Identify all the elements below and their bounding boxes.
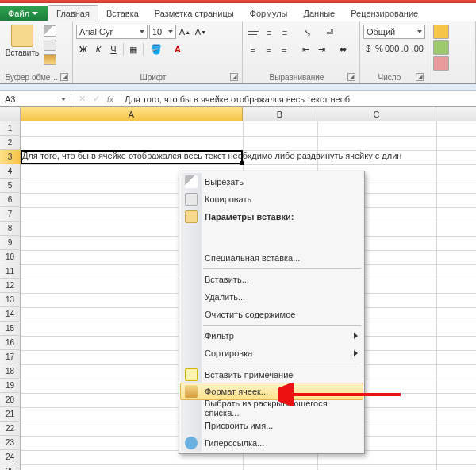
decrease-indent-button[interactable]: ⇤ [299, 42, 313, 56]
copy-button[interactable] [44, 40, 56, 51]
row-header[interactable]: 3 [0, 150, 21, 164]
ctx-copy[interactable]: Копировать [181, 191, 363, 208]
cut-button[interactable] [44, 25, 56, 37]
increase-decimal-button[interactable]: .0 [400, 41, 410, 56]
tab-file[interactable]: Файл [0, 6, 48, 21]
row-header[interactable]: 2 [0, 136, 21, 150]
ctx-format-cells[interactable]: Формат ячеек... [180, 383, 363, 400]
ribbon-tabs: Файл Главная Вставка Разметка страницы Ф… [0, 3, 476, 21]
row-header[interactable]: 6 [0, 193, 21, 207]
row-header[interactable]: 9 [0, 236, 21, 250]
fill-handle[interactable] [240, 161, 244, 165]
align-middle-button[interactable]: ≡ [262, 25, 276, 40]
fx-icon[interactable]: fx [105, 94, 116, 104]
font-name-combo[interactable]: Arial Cyr [76, 25, 148, 39]
row-header[interactable]: 25 [0, 464, 21, 470]
align-top-button[interactable] [246, 25, 260, 40]
ctx-filter[interactable]: Фильтр [181, 327, 363, 345]
ctx-hyperlink[interactable]: Гиперссылка... [181, 434, 363, 452]
currency-button[interactable]: $ [363, 41, 374, 56]
comment-icon [185, 368, 198, 381]
formula-input[interactable]: Для того, что бы в ячейке отображался ве… [121, 94, 476, 104]
orientation-button[interactable]: ⤡ [300, 25, 314, 40]
separator [203, 325, 361, 326]
tab-data[interactable]: Данные [295, 6, 343, 21]
tab-page-layout[interactable]: Разметка страницы [147, 6, 242, 21]
ctx-delete[interactable]: Удалить... [181, 288, 363, 306]
ribbon: Вставить Буфер обме…◢ Arial Cyr 10 A▲ A▼… [0, 21, 476, 84]
column-header-c[interactable]: C [317, 107, 436, 121]
tab-formulas[interactable]: Формулы [242, 6, 296, 21]
align-center-button[interactable]: ≡ [262, 42, 276, 56]
font-color-button[interactable]: A [167, 42, 188, 56]
name-box[interactable]: A3 [0, 94, 71, 104]
tab-insert[interactable]: Вставка [98, 6, 147, 21]
decrease-decimal-button[interactable]: .00 [411, 41, 424, 56]
format-painter-button[interactable] [44, 54, 56, 65]
underline-button[interactable]: Ч [106, 42, 121, 56]
comma-button[interactable]: 000 [385, 41, 399, 56]
conditional-formatting-button[interactable] [433, 25, 449, 39]
row-header[interactable]: 8 [0, 222, 21, 236]
increase-font-button[interactable]: A▲ [178, 25, 192, 39]
row-header[interactable]: 4 [0, 164, 21, 179]
italic-button[interactable]: К [91, 42, 106, 56]
tab-home[interactable]: Главная [48, 5, 98, 21]
increase-indent-button[interactable]: ⇥ [314, 42, 328, 56]
row-header[interactable]: 5 [0, 179, 21, 193]
align-left-button[interactable]: ≡ [246, 42, 260, 56]
ctx-pick-from-list[interactable]: Выбрать из раскрывающегося списка... [181, 399, 363, 417]
row-header[interactable]: 24 [0, 450, 21, 464]
borders-button[interactable]: ▦ [126, 42, 140, 56]
separator [203, 364, 361, 364]
enter-formula-icon[interactable]: ✓ [90, 94, 102, 104]
row-header[interactable]: 17 [0, 350, 21, 364]
row-header[interactable]: 1 [0, 121, 21, 136]
fill-color-button[interactable]: 🪣 [146, 42, 167, 56]
row-header[interactable]: 14 [0, 307, 21, 322]
row-header[interactable]: 11 [0, 264, 21, 279]
ctx-insert-comment[interactable]: Вставить примечание [181, 366, 363, 383]
ctx-cut[interactable]: Вырезать [181, 173, 363, 191]
paste-button[interactable]: Вставить [3, 23, 41, 59]
row-header[interactable]: 18 [0, 364, 21, 379]
cut-icon [185, 175, 198, 188]
ctx-paste-special[interactable]: Специальная вставка... [181, 249, 363, 267]
row-header[interactable]: 20 [0, 393, 21, 407]
column-header-a[interactable]: A [21, 107, 243, 121]
format-table-button[interactable] [433, 40, 449, 55]
percent-button[interactable]: % [374, 41, 385, 56]
ctx-insert[interactable]: Вставить... [181, 271, 363, 288]
align-bottom-button[interactable]: ≡ [278, 25, 292, 40]
number-format-combo[interactable]: Общий [363, 25, 425, 39]
row-header[interactable]: 21 [0, 407, 21, 422]
font-size-combo[interactable]: 10 [149, 25, 176, 39]
merge-button[interactable]: ⬌ [330, 42, 356, 56]
row-header[interactable]: 12 [0, 279, 21, 293]
cell-styles-button[interactable] [433, 56, 449, 71]
align-right-button[interactable]: ≡ [277, 42, 291, 56]
row-header[interactable]: 19 [0, 379, 21, 393]
bold-button[interactable]: Ж [76, 42, 90, 56]
ctx-clear[interactable]: Очистить содержимое [181, 306, 363, 323]
dialog-launcher-icon[interactable]: ◢ [230, 73, 238, 81]
row-header[interactable]: 13 [0, 293, 21, 307]
wrap-text-button[interactable]: ⏎ [316, 25, 343, 40]
cancel-formula-icon[interactable]: ✕ [76, 94, 87, 104]
row-header[interactable]: 7 [0, 207, 21, 222]
dialog-launcher-icon[interactable]: ◢ [60, 73, 68, 81]
dialog-launcher-icon[interactable]: ◢ [347, 73, 355, 81]
row-header[interactable]: 16 [0, 336, 21, 350]
row-header[interactable]: 15 [0, 322, 21, 336]
dialog-launcher-icon[interactable]: ◢ [416, 73, 424, 81]
row-header[interactable]: 23 [0, 436, 21, 450]
column-header-b[interactable]: B [243, 107, 317, 121]
ctx-sort[interactable]: Сортировка [181, 345, 363, 362]
chevron-down-icon [168, 30, 173, 33]
select-all-corner[interactable] [0, 107, 21, 121]
row-header[interactable]: 10 [0, 250, 21, 264]
decrease-font-button[interactable]: A▼ [194, 25, 208, 39]
row-header[interactable]: 22 [0, 422, 21, 436]
tab-review[interactable]: Рецензирование [343, 6, 426, 21]
ctx-define-name[interactable]: Присвоить имя... [181, 417, 363, 434]
